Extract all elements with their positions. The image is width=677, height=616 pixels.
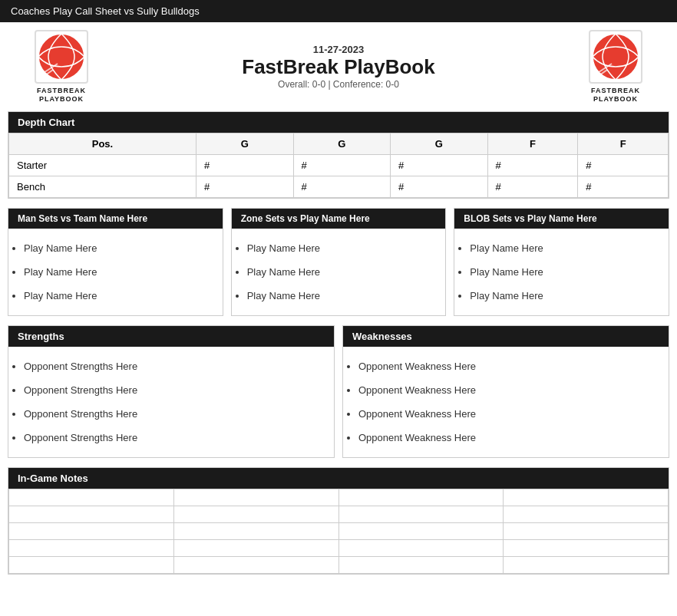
list-item: Play Name Here xyxy=(24,260,207,284)
list-item: Play Name Here xyxy=(470,260,653,284)
row-bench-g1: # xyxy=(196,176,293,197)
row-bench-g2: # xyxy=(293,176,391,197)
col-g2: G xyxy=(293,133,391,154)
notes-cell xyxy=(504,522,669,539)
notes-cell xyxy=(173,556,338,573)
notes-header: In-Game Notes xyxy=(8,468,669,489)
list-item: Play Name Here xyxy=(247,236,431,260)
list-item: Opponent Weakness Here xyxy=(358,354,653,378)
sw-row: Strengths Opponent Strengths Here Oppone… xyxy=(8,325,669,458)
row-starter-g3: # xyxy=(391,154,488,176)
list-item: Opponent Weakness Here xyxy=(358,378,653,402)
row-starter-f1: # xyxy=(487,154,578,176)
row-starter-g1: # xyxy=(196,154,293,176)
row-starter-f2: # xyxy=(578,154,669,176)
zone-sets-box: Zone Sets vs Play Name Here Play Name He… xyxy=(231,208,447,316)
table-row xyxy=(9,506,669,522)
notes-cell xyxy=(504,489,669,506)
weaknesses-header: Weaknesses xyxy=(343,326,669,347)
depth-chart-header-row: Pos. G G G F F xyxy=(9,133,669,154)
table-row: Starter # # # # # xyxy=(9,154,669,176)
notes-cell xyxy=(173,489,338,506)
list-item: Opponent Weakness Here xyxy=(358,402,653,426)
notes-cell xyxy=(338,506,504,522)
list-item: Play Name Here xyxy=(24,284,207,308)
list-item: Opponent Strengths Here xyxy=(24,378,319,402)
notes-section: In-Game Notes xyxy=(8,467,669,575)
header-date: 11-27-2023 xyxy=(107,44,570,55)
notes-table xyxy=(8,489,669,574)
logo-left: FASTBREAK PLAYBOOK xyxy=(15,30,107,104)
notes-cell xyxy=(504,556,669,573)
logo-right: FASTBREAK PLAYBOOK xyxy=(570,30,662,104)
notes-cell xyxy=(338,556,504,573)
list-item: Play Name Here xyxy=(247,284,431,308)
header-title: FastBreak PlayBook xyxy=(107,55,570,79)
row-bench-f1: # xyxy=(487,176,578,197)
blob-sets-box: BLOB Sets vs Play Name Here Play Name He… xyxy=(454,208,669,316)
logo-left-text: FASTBREAK PLAYBOOK xyxy=(37,87,86,104)
row-bench-label: Bench xyxy=(9,176,196,197)
notes-cell xyxy=(338,539,504,556)
strengths-header: Strengths xyxy=(8,326,334,347)
notes-cell xyxy=(504,539,669,556)
notes-cell xyxy=(9,539,174,556)
logo-right-text: FASTBREAK PLAYBOOK xyxy=(591,87,640,104)
notes-cell xyxy=(338,522,504,539)
notes-cell xyxy=(173,539,338,556)
blob-sets-list: Play Name Here Play Name Here Play Name … xyxy=(454,229,669,315)
table-row xyxy=(9,539,669,556)
weaknesses-list: Opponent Weakness Here Opponent Weakness… xyxy=(343,347,669,457)
notes-cell xyxy=(9,556,174,573)
list-item: Play Name Here xyxy=(470,284,653,308)
list-item: Play Name Here xyxy=(24,236,207,260)
row-bench-g3: # xyxy=(391,176,488,197)
notes-cell xyxy=(173,506,338,522)
man-sets-box: Man Sets vs Team Name Here Play Name Her… xyxy=(8,208,223,316)
list-item: Opponent Strengths Here xyxy=(24,426,319,450)
weaknesses-box: Weaknesses Opponent Weakness Here Oppone… xyxy=(342,325,669,458)
notes-cell xyxy=(9,489,174,506)
depth-chart-section: Depth Chart Pos. G G G F F Starter # # #… xyxy=(8,111,669,199)
list-item: Play Name Here xyxy=(247,260,431,284)
man-sets-header: Man Sets vs Team Name Here xyxy=(8,209,223,229)
play-sets-row: Man Sets vs Team Name Here Play Name Her… xyxy=(8,208,669,316)
table-row xyxy=(9,522,669,539)
blob-sets-header: BLOB Sets vs Play Name Here xyxy=(454,209,669,229)
list-item: Opponent Strengths Here xyxy=(24,402,319,426)
col-g1: G xyxy=(196,133,293,154)
header-record: Overall: 0-0 | Conference: 0-0 xyxy=(107,79,570,90)
zone-sets-header: Zone Sets vs Play Name Here xyxy=(232,209,446,229)
col-g3: G xyxy=(391,133,488,154)
table-row xyxy=(9,489,669,506)
header-center: 11-27-2023 FastBreak PlayBook Overall: 0… xyxy=(107,44,570,90)
notes-cell xyxy=(504,506,669,522)
table-row: Bench # # # # # xyxy=(9,176,669,197)
depth-chart-header: Depth Chart xyxy=(8,112,669,133)
list-item: Opponent Strengths Here xyxy=(24,354,319,378)
man-sets-list: Play Name Here Play Name Here Play Name … xyxy=(8,229,223,315)
table-row xyxy=(9,556,669,573)
logo-left-image xyxy=(35,30,88,84)
strengths-box: Strengths Opponent Strengths Here Oppone… xyxy=(8,325,335,458)
row-starter-g2: # xyxy=(293,154,391,176)
list-item: Play Name Here xyxy=(470,236,653,260)
logo-right-image xyxy=(589,30,642,84)
notes-cell xyxy=(9,506,174,522)
notes-cell xyxy=(338,489,504,506)
depth-chart-table: Pos. G G G F F Starter # # # # # Bench #… xyxy=(8,133,669,198)
notes-cell xyxy=(9,522,174,539)
notes-cell xyxy=(173,522,338,539)
list-item: Opponent Weakness Here xyxy=(358,426,653,450)
header: FASTBREAK PLAYBOOK 11-27-2023 FastBreak … xyxy=(0,22,677,111)
top-bar: Coaches Play Call Sheet vs Sully Bulldog… xyxy=(0,0,677,22)
top-bar-title: Coaches Play Call Sheet vs Sully Bulldog… xyxy=(11,5,200,17)
row-starter-label: Starter xyxy=(9,154,196,176)
row-bench-f2: # xyxy=(578,176,669,197)
col-f1: F xyxy=(487,133,578,154)
strengths-list: Opponent Strengths Here Opponent Strengt… xyxy=(8,347,334,457)
col-f2: F xyxy=(578,133,669,154)
col-pos: Pos. xyxy=(9,133,196,154)
zone-sets-list: Play Name Here Play Name Here Play Name … xyxy=(232,229,446,315)
